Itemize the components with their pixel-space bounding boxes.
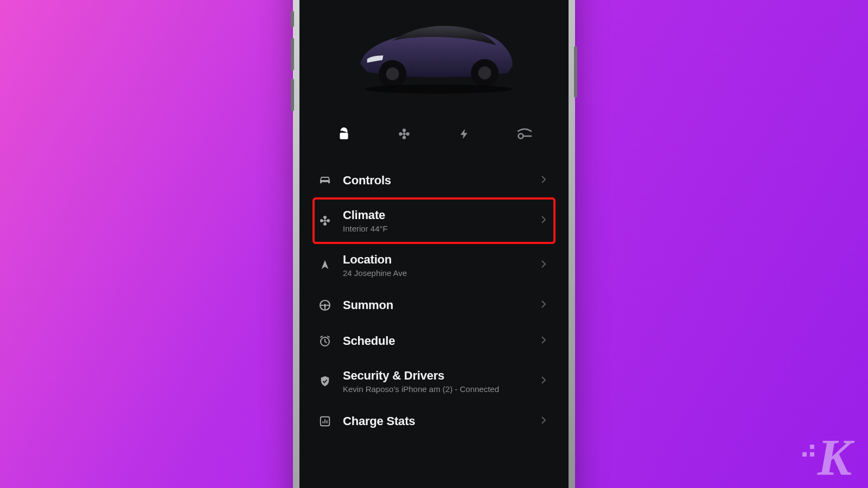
- menu-item-subtitle: Interior 44°F: [343, 224, 540, 233]
- menu-item-subtitle: Kevin Raposo's iPhone am (2) - Connected: [343, 384, 540, 394]
- main-menu: Controls Climate Inter: [314, 163, 554, 439]
- chevron-right-icon: [540, 175, 551, 187]
- phone-silent-switch: [291, 11, 294, 27]
- watermark-letter: K: [818, 437, 852, 478]
- car-icon: [342, 4, 526, 96]
- menu-item-title: Charge Stats: [343, 414, 540, 428]
- svg-point-2: [386, 67, 399, 80]
- svg-point-11: [324, 304, 327, 307]
- quick-actions-row: [314, 115, 554, 153]
- svg-point-7: [518, 134, 523, 139]
- steering-wheel-icon: [317, 297, 333, 313]
- chevron-right-icon: [540, 259, 551, 271]
- menu-item-title: Climate: [343, 208, 540, 222]
- phone-power-button: [574, 46, 577, 98]
- phone-volume-down: [291, 79, 294, 111]
- quick-action-charge[interactable]: [454, 123, 475, 145]
- fan-icon: [397, 127, 411, 141]
- svg-point-6: [403, 133, 405, 136]
- menu-item-title: Summon: [343, 298, 540, 312]
- quick-action-lock[interactable]: [333, 123, 355, 145]
- bolt-icon: [458, 127, 470, 141]
- chevron-right-icon: [540, 215, 551, 227]
- menu-item-title: Schedule: [343, 334, 540, 348]
- menu-item-climate[interactable]: Climate Interior 44°F: [314, 198, 554, 243]
- nav-arrow-icon: [317, 257, 333, 273]
- lock-icon: [337, 127, 351, 141]
- vehicle-image: [314, 0, 554, 110]
- shield-icon: [317, 373, 333, 389]
- menu-item-location[interactable]: Location 24 Josephine Ave: [314, 243, 554, 287]
- quick-action-fan[interactable]: [393, 123, 415, 145]
- svg-rect-5: [340, 133, 348, 139]
- charge-port-icon: [516, 128, 533, 140]
- chevron-right-icon: [540, 335, 551, 347]
- menu-item-charge-stats[interactable]: Charge Stats: [314, 403, 554, 439]
- phone-screen: Controls Climate Inter: [299, 0, 569, 488]
- chevron-right-icon: [540, 299, 551, 311]
- watermark: K: [802, 437, 852, 478]
- fan-icon: [317, 213, 333, 229]
- menu-item-subtitle: 24 Josephine Ave: [343, 268, 540, 278]
- menu-item-title: Location: [343, 253, 540, 267]
- menu-item-security[interactable]: Security & Drivers Kevin Raposo's iPhone…: [314, 359, 554, 403]
- bar-chart-icon: [317, 413, 333, 429]
- quick-action-charge-port[interactable]: [514, 123, 535, 145]
- phone-volume-up: [291, 38, 294, 70]
- menu-item-title: Security & Drivers: [343, 369, 540, 383]
- svg-point-4: [365, 85, 513, 94]
- svg-point-9: [324, 220, 326, 222]
- chevron-right-icon: [540, 375, 551, 387]
- menu-item-title: Controls: [343, 174, 540, 188]
- svg-point-3: [478, 67, 492, 80]
- menu-item-controls[interactable]: Controls: [314, 163, 554, 198]
- clock-icon: [317, 333, 333, 349]
- chevron-right-icon: [540, 415, 551, 427]
- phone-frame: Controls Climate Inter: [293, 0, 575, 488]
- watermark-dots: [802, 445, 814, 457]
- car-front-icon: [317, 172, 333, 189]
- menu-item-summon[interactable]: Summon: [314, 287, 554, 323]
- menu-item-schedule[interactable]: Schedule: [314, 323, 554, 359]
